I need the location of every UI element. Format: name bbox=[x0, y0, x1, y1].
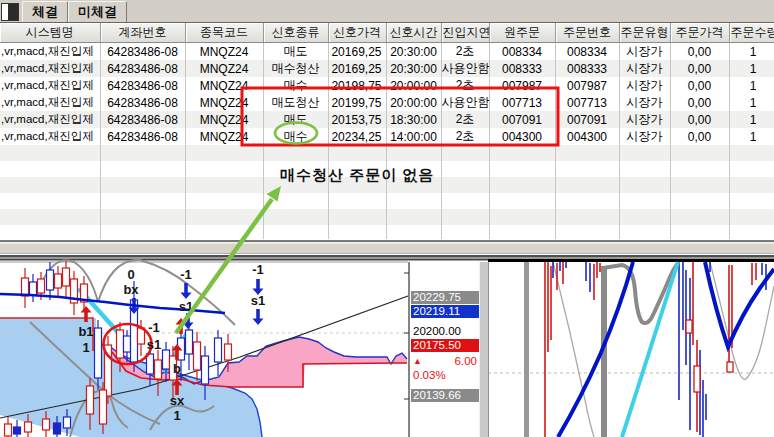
table-cell[interactable]: ,vr,macd,재진입제 bbox=[0, 94, 100, 111]
table-cell[interactable]: 매도 bbox=[263, 111, 328, 128]
table-cell[interactable]: 64283486-08 bbox=[100, 111, 185, 128]
table-cell[interactable]: 20199,75 bbox=[328, 94, 386, 111]
table-cell[interactable]: ,vr,macd,재진입제 bbox=[0, 128, 100, 145]
table-cell[interactable]: 007713 bbox=[489, 94, 555, 111]
table-cell[interactable]: 0,00 bbox=[670, 43, 729, 61]
table-cell[interactable]: 20:30:00 bbox=[386, 43, 441, 61]
table-cell[interactable]: 007987 bbox=[555, 77, 619, 94]
table-cell[interactable]: 004300 bbox=[555, 128, 619, 145]
table-cell[interactable]: 007091 bbox=[489, 111, 555, 128]
table-cell[interactable]: 0,00 bbox=[670, 60, 729, 77]
table-row[interactable]: ,vr,macd,재진입제64283486-08MNQZ24매도청산20199,… bbox=[0, 94, 774, 111]
table-cell[interactable]: 1 bbox=[729, 43, 774, 61]
table-row[interactable]: ,vr,macd,재진입제64283486-08MNQZ24매수20198,75… bbox=[0, 77, 774, 94]
table-row[interactable]: ,vr,macd,재진입제64283486-08MNQZ24매도20169,25… bbox=[0, 43, 774, 61]
table-cell[interactable]: 사용안함 bbox=[441, 60, 489, 77]
table-cell[interactable]: 20169,25 bbox=[328, 60, 386, 77]
table-cell[interactable]: MNQZ24 bbox=[185, 128, 263, 145]
column-header[interactable]: 신호시간 bbox=[386, 23, 441, 43]
table-cell[interactable]: 시장가 bbox=[619, 128, 670, 145]
column-header[interactable]: 신호가격 bbox=[328, 23, 386, 43]
table-cell[interactable]: 2초 bbox=[441, 43, 489, 61]
table-cell[interactable]: 18:30:00 bbox=[386, 111, 441, 128]
table-cell[interactable]: 004300 bbox=[489, 128, 555, 145]
table-cell[interactable]: 0,00 bbox=[670, 111, 729, 128]
table-cell[interactable]: 0,00 bbox=[670, 128, 729, 145]
table-cell[interactable]: 시장가 bbox=[619, 43, 670, 61]
table-cell[interactable]: 사용안함 bbox=[441, 94, 489, 111]
table-cell[interactable]: 20198,75 bbox=[328, 77, 386, 94]
table-cell[interactable]: 1 bbox=[729, 77, 774, 94]
empty-row bbox=[0, 209, 774, 225]
table-cell[interactable]: 시장가 bbox=[619, 94, 670, 111]
window-split-icon[interactable] bbox=[1, 3, 19, 21]
table-cell[interactable]: 20234,25 bbox=[328, 128, 386, 145]
table-cell[interactable]: 매수 bbox=[263, 77, 328, 94]
table-cell[interactable]: 008334 bbox=[489, 43, 555, 61]
table-cell[interactable]: 시장가 bbox=[619, 77, 670, 94]
table-cell[interactable]: 0,00 bbox=[670, 77, 729, 94]
table-cell[interactable]: 20:30:00 bbox=[386, 60, 441, 77]
table-cell[interactable]: 008333 bbox=[555, 60, 619, 77]
column-header[interactable]: 계좌번호 bbox=[100, 23, 185, 43]
column-header[interactable]: 진입지연 bbox=[441, 23, 489, 43]
column-header[interactable]: 주문유형 bbox=[619, 23, 670, 43]
column-header[interactable]: 원주문 bbox=[489, 23, 555, 43]
table-cell[interactable]: 64283486-08 bbox=[100, 43, 185, 61]
table-cell[interactable]: 20:00:00 bbox=[386, 77, 441, 94]
up-triangle-icon: ▲ bbox=[413, 355, 422, 368]
chart-area[interactable] bbox=[0, 259, 774, 437]
table-cell[interactable]: MNQZ24 bbox=[185, 77, 263, 94]
table-cell[interactable]: 1 bbox=[729, 60, 774, 77]
table-cell[interactable]: ,vr,macd,재진입제 bbox=[0, 111, 100, 128]
column-header[interactable]: 종목코드 bbox=[185, 23, 263, 43]
order-table[interactable]: 시스템명계좌번호종목코드신호종류신호가격신호시간진입지연원주문주문번호주문유형주… bbox=[0, 23, 774, 240]
table-cell[interactable]: 매수 bbox=[263, 128, 328, 145]
table-cell[interactable]: 2초 bbox=[441, 77, 489, 94]
table-cell[interactable]: MNQZ24 bbox=[185, 43, 263, 61]
column-header[interactable]: 신호종류 bbox=[263, 23, 328, 43]
table-cell[interactable]: 20:00:00 bbox=[386, 94, 441, 111]
table-cell[interactable]: 20169,25 bbox=[328, 43, 386, 61]
table-cell[interactable]: 007987 bbox=[489, 77, 555, 94]
table-cell[interactable]: ,vr,macd,재진입제 bbox=[0, 60, 100, 77]
horizontal-splitter[interactable] bbox=[0, 239, 774, 259]
table-cell[interactable]: 매도청산 bbox=[263, 94, 328, 111]
table-cell[interactable]: 2초 bbox=[441, 128, 489, 145]
table-cell[interactable]: 0,00 bbox=[670, 94, 729, 111]
column-header[interactable]: 주문번호 bbox=[555, 23, 619, 43]
table-cell[interactable]: 시장가 bbox=[619, 60, 670, 77]
table-cell[interactable]: 1 bbox=[729, 128, 774, 145]
table-cell[interactable]: ,vr,macd,재진입제 bbox=[0, 43, 100, 61]
table-cell[interactable]: MNQZ24 bbox=[185, 60, 263, 77]
table-cell[interactable]: 매도 bbox=[263, 43, 328, 61]
tab-filled-orders[interactable]: 체결 bbox=[22, 1, 68, 22]
column-header[interactable]: 주문수량 bbox=[729, 23, 774, 43]
trading-app-window: { "window": { "tabs": [ {"label": "체결", … bbox=[0, 0, 774, 437]
table-cell[interactable]: 1 bbox=[729, 111, 774, 128]
panel-separator[interactable] bbox=[479, 262, 489, 437]
table-cell[interactable]: 시장가 bbox=[619, 111, 670, 128]
table-cell[interactable]: 64283486-08 bbox=[100, 60, 185, 77]
table-cell[interactable]: 64283486-08 bbox=[100, 77, 185, 94]
table-cell[interactable]: 008334 bbox=[555, 43, 619, 61]
table-cell[interactable]: 1 bbox=[729, 94, 774, 111]
table-cell[interactable]: 64283486-08 bbox=[100, 128, 185, 145]
table-cell[interactable]: 008333 bbox=[489, 60, 555, 77]
table-row[interactable]: ,vr,macd,재진입제64283486-08MNQZ24매도20153,75… bbox=[0, 111, 774, 128]
table-cell[interactable]: ,vr,macd,재진입제 bbox=[0, 77, 100, 94]
table-cell[interactable]: 64283486-08 bbox=[100, 94, 185, 111]
table-cell[interactable]: 2초 bbox=[441, 111, 489, 128]
table-row[interactable]: ,vr,macd,재진입제64283486-08MNQZ24매수청산20169,… bbox=[0, 60, 774, 77]
column-header[interactable]: 시스템명 bbox=[0, 23, 100, 43]
table-cell[interactable]: MNQZ24 bbox=[185, 111, 263, 128]
table-cell[interactable]: MNQZ24 bbox=[185, 94, 263, 111]
column-header[interactable]: 주문가격 bbox=[670, 23, 729, 43]
table-cell[interactable]: 20153,75 bbox=[328, 111, 386, 128]
table-cell[interactable]: 007091 bbox=[555, 111, 619, 128]
table-cell[interactable]: 007713 bbox=[555, 94, 619, 111]
table-cell[interactable]: 14:00:00 bbox=[386, 128, 441, 145]
table-cell[interactable]: 매수청산 bbox=[263, 60, 328, 77]
tab-unfilled-orders[interactable]: 미체결 bbox=[68, 1, 127, 22]
table-row[interactable]: ,vr,macd,재진입제64283486-08MNQZ24매수20234,25… bbox=[0, 128, 774, 145]
